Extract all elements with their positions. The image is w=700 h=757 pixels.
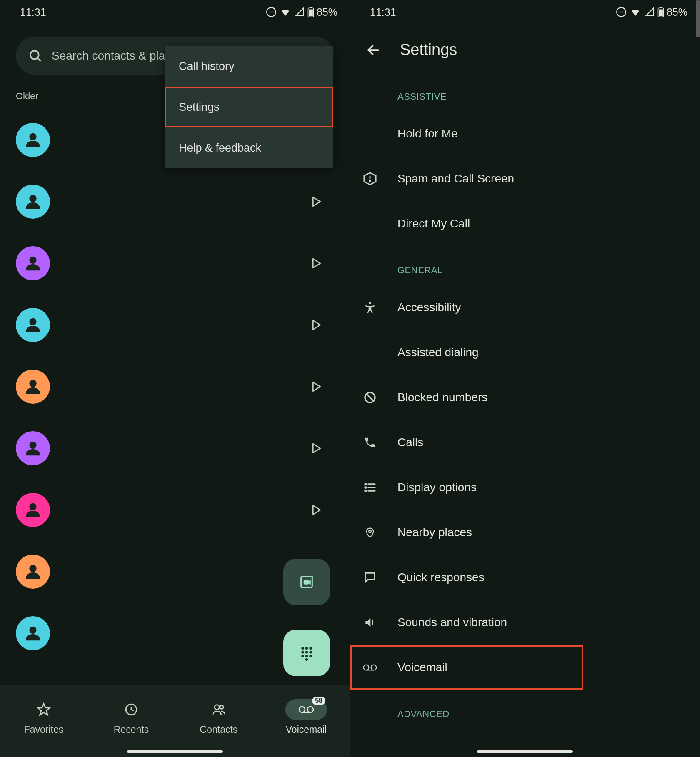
svg-point-26 (309, 647, 312, 650)
star-icon (37, 702, 51, 717)
setting-blocked-numbers[interactable]: Blocked numbers (350, 375, 700, 420)
play-button[interactable] (311, 319, 322, 331)
svg-point-55 (365, 490, 366, 492)
svg-point-49 (370, 181, 371, 182)
scroll-indicator[interactable] (696, 0, 700, 37)
nav-recents[interactable]: Recents (110, 699, 152, 735)
home-indicator[interactable] (477, 750, 573, 753)
battery-percent: 85% (667, 6, 688, 18)
search-icon (28, 49, 42, 63)
list-icon (363, 481, 377, 494)
voicemail-row[interactable] (16, 171, 334, 232)
nav-contacts[interactable]: Contacts (198, 699, 240, 735)
battery-icon (658, 7, 664, 17)
contact-avatar (16, 185, 50, 219)
svg-point-14 (29, 380, 36, 387)
dnd-icon (616, 7, 627, 17)
home-indicator[interactable] (127, 750, 223, 753)
status-bar: 11:31 85% (0, 0, 350, 24)
people-icon (211, 702, 227, 717)
svg-marker-34 (38, 703, 50, 715)
setting-quick-responses[interactable]: Quick responses (350, 555, 700, 600)
setting-sounds-vibration[interactable]: Sounds and vibration (350, 600, 700, 645)
svg-point-33 (305, 658, 308, 661)
menu-call-history[interactable]: Call history (165, 46, 333, 87)
page-title: Settings (400, 41, 457, 59)
menu-settings[interactable]: Settings (165, 87, 333, 127)
status-time: 11:31 (370, 6, 396, 18)
svg-point-36 (215, 705, 219, 709)
svg-rect-4 (310, 7, 312, 8)
play-button[interactable] (311, 442, 322, 454)
svg-rect-3 (309, 10, 313, 17)
svg-point-10 (29, 257, 36, 264)
voicemail-badge: 58 (312, 697, 325, 705)
contact-avatar (16, 555, 50, 589)
svg-marker-19 (313, 505, 320, 515)
contact-avatar (16, 370, 50, 404)
pin-icon (364, 525, 376, 540)
sound-icon (363, 616, 377, 629)
voicemail-row[interactable] (16, 356, 334, 417)
svg-point-59 (369, 530, 371, 533)
video-call-fab[interactable] (283, 559, 330, 605)
svg-point-39 (308, 707, 313, 712)
overflow-menu: Call history Settings Help & feedback (165, 46, 333, 168)
setting-assisted-dialing[interactable]: Assisted dialing (350, 330, 700, 375)
svg-point-38 (299, 707, 305, 712)
svg-point-50 (369, 302, 371, 304)
voicemail-icon (298, 705, 315, 715)
svg-marker-17 (313, 444, 320, 453)
svg-line-6 (38, 58, 41, 61)
block-icon (363, 391, 377, 404)
status-time: 11:31 (20, 6, 46, 18)
svg-point-12 (29, 318, 36, 325)
svg-point-8 (29, 195, 36, 202)
setting-nearby-places[interactable]: Nearby places (350, 510, 700, 555)
section-general: GENERAL (350, 252, 700, 285)
play-button[interactable] (311, 504, 322, 516)
svg-point-54 (365, 487, 366, 488)
svg-point-16 (29, 442, 36, 449)
setting-display-options[interactable]: Display options (350, 465, 700, 510)
setting-accessibility[interactable]: Accessibility (350, 285, 700, 330)
contact-avatar (16, 123, 50, 157)
nav-favorites[interactable]: Favorites (23, 699, 65, 735)
svg-line-52 (366, 394, 373, 401)
setting-spam-call-screen[interactable]: Spam and Call Screen (350, 156, 700, 201)
back-button[interactable] (365, 42, 382, 58)
dialpad-fab[interactable] (283, 630, 330, 676)
svg-point-25 (305, 647, 308, 650)
svg-point-24 (301, 647, 304, 650)
voicemail-row[interactable] (16, 417, 334, 479)
svg-point-27 (301, 651, 304, 653)
section-assistive: ASSISTIVE (350, 79, 700, 111)
voicemail-row[interactable] (16, 294, 334, 356)
svg-point-29 (309, 651, 312, 653)
voicemail-row[interactable] (16, 479, 334, 541)
wifi-icon (629, 7, 642, 17)
phone-icon (364, 436, 376, 449)
arrow-left-icon (366, 42, 381, 57)
play-button[interactable] (311, 257, 322, 269)
svg-point-61 (371, 665, 377, 670)
svg-point-32 (309, 655, 312, 657)
wifi-icon (279, 7, 292, 17)
battery-percent: 85% (317, 6, 338, 18)
play-button[interactable] (311, 196, 322, 207)
svg-point-18 (29, 503, 36, 510)
setting-direct-my-call[interactable]: Direct My Call (350, 201, 700, 246)
menu-help-feedback[interactable]: Help & feedback (165, 127, 333, 168)
search-placeholder: Search contacts & places (52, 49, 183, 62)
play-button[interactable] (311, 381, 322, 392)
nav-voicemail[interactable]: 58 Voicemail (285, 699, 327, 735)
signal-icon (644, 7, 655, 17)
contact-avatar (16, 493, 50, 527)
status-bar: 11:31 85% (350, 0, 700, 24)
setting-calls[interactable]: Calls (350, 420, 700, 465)
svg-marker-15 (313, 382, 320, 391)
voicemail-row[interactable] (16, 232, 334, 294)
section-advanced: ADVANCED (350, 696, 700, 729)
setting-hold-for-me[interactable]: Hold for Me (350, 111, 700, 156)
setting-voicemail[interactable]: Voicemail (350, 645, 583, 690)
